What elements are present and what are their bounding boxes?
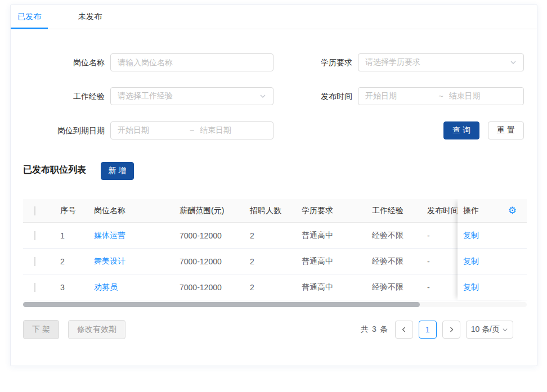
copy-link[interactable]: 复制 xyxy=(463,256,479,267)
pagination-total: 共 3 条 xyxy=(361,325,388,335)
header-count: 招聘人数 xyxy=(241,206,293,216)
select-all-checkbox[interactable] xyxy=(34,206,35,215)
chevron-left-icon xyxy=(401,326,407,333)
row-experience: 经验不限 xyxy=(363,231,418,241)
header-education: 学历要求 xyxy=(293,206,363,216)
header-action: 操作 xyxy=(463,206,479,216)
gear-icon[interactable]: ⚙ xyxy=(508,206,517,215)
row-index: 1 xyxy=(51,231,85,240)
content-card: 已发布 未发布 岗位名称 学历要求 请选择学历要求 工作经验 请选择工作经验 发… xyxy=(10,4,537,366)
list-title: 已发布职位列表 xyxy=(23,164,86,176)
chevron-down-icon xyxy=(510,59,517,66)
range-separator: ~ xyxy=(433,92,449,101)
experience-label: 工作经验 xyxy=(26,87,105,105)
expire-date-range[interactable]: 开始日期 ~ 结束日期 xyxy=(110,121,274,139)
education-label: 学历要求 xyxy=(274,53,352,71)
row-education: 普通高中 xyxy=(293,231,363,241)
copy-link[interactable]: 复制 xyxy=(463,231,479,241)
row-salary: 7000-12000 xyxy=(171,257,241,266)
reset-button[interactable]: 重 置 xyxy=(488,121,524,139)
page-number-button[interactable]: 1 xyxy=(419,321,437,339)
publish-time-end-placeholder: 结束日期 xyxy=(449,91,517,101)
page-size-select[interactable]: 10 条/页 xyxy=(466,321,513,339)
row-experience: 经验不限 xyxy=(363,256,418,267)
tab-bar: 已发布 未发布 xyxy=(11,5,537,29)
table-header-row: 序号 岗位名称 薪酬范围(元) 招聘人数 学历要求 工作经验 发布时间 xyxy=(23,199,503,223)
add-button[interactable]: 新 增 xyxy=(101,162,134,180)
row-education: 普通高中 xyxy=(293,282,363,292)
range-separator: ~ xyxy=(184,126,200,135)
tab-published-label: 已发布 xyxy=(17,12,41,22)
education-placeholder: 请选择学历要求 xyxy=(365,57,510,67)
row-index: 3 xyxy=(51,283,85,292)
chevron-right-icon xyxy=(448,326,455,333)
copy-link[interactable]: 复制 xyxy=(463,282,479,292)
chevron-down-icon xyxy=(502,327,508,333)
row-count: 2 xyxy=(241,257,293,266)
row-salary: 7000-12000 xyxy=(171,283,241,292)
horizontal-scrollbar-track xyxy=(23,302,527,307)
expire-date-end-placeholder: 结束日期 xyxy=(200,125,266,136)
header-experience: 工作经验 xyxy=(363,206,418,216)
table-row: 2 舞美设计 7000-12000 2 普通高中 经验不限 - xyxy=(23,249,503,274)
horizontal-scrollbar-thumb[interactable] xyxy=(23,302,420,307)
search-button[interactable]: 查 询 xyxy=(443,121,479,139)
row-checkbox[interactable] xyxy=(34,257,35,266)
education-select[interactable]: 请选择学历要求 xyxy=(358,53,524,71)
fixed-action-column: 操作 ⚙ 复制 复制 复制 xyxy=(458,199,527,300)
expire-date-start-placeholder: 开始日期 xyxy=(118,125,184,136)
header-name: 岗位名称 xyxy=(85,206,171,216)
modify-validity-button[interactable]: 修改有效期 xyxy=(68,320,125,339)
experience-placeholder: 请选择工作经验 xyxy=(118,91,259,101)
job-name-link[interactable]: 媒体运营 xyxy=(94,231,125,240)
table-row: 3 劝募员 7000-12000 2 普通高中 经验不限 - xyxy=(23,274,503,300)
header-salary: 薪酬范围(元) xyxy=(171,206,241,216)
header-index: 序号 xyxy=(51,206,85,216)
offline-button[interactable]: 下 架 xyxy=(23,320,59,339)
job-name-input[interactable] xyxy=(118,58,266,67)
prev-page-button[interactable] xyxy=(395,321,413,339)
tab-unpublished-label: 未发布 xyxy=(78,12,102,22)
chevron-down-icon xyxy=(259,93,266,100)
expire-date-label: 岗位到期日期 xyxy=(26,121,105,139)
row-education: 普通高中 xyxy=(293,256,363,267)
job-name-input-wrap xyxy=(110,53,274,71)
publish-time-start-placeholder: 开始日期 xyxy=(365,91,433,101)
table-row: 1 媒体运营 7000-12000 2 普通高中 经验不限 - xyxy=(23,223,503,249)
row-experience: 经验不限 xyxy=(363,282,418,292)
row-count: 2 xyxy=(241,283,293,292)
tab-unpublished[interactable]: 未发布 xyxy=(71,5,109,29)
publish-time-range[interactable]: 开始日期 ~ 结束日期 xyxy=(358,87,524,105)
tab-published[interactable]: 已发布 xyxy=(11,5,48,29)
publish-time-label: 发布时间 xyxy=(274,87,352,105)
experience-select[interactable]: 请选择工作经验 xyxy=(110,87,274,105)
row-checkbox[interactable] xyxy=(34,283,35,292)
row-index: 2 xyxy=(51,257,85,266)
job-name-link[interactable]: 舞美设计 xyxy=(94,256,125,265)
row-count: 2 xyxy=(241,231,293,240)
job-table: 序号 岗位名称 薪酬范围(元) 招聘人数 学历要求 工作经验 发布时间 1 媒体… xyxy=(23,199,527,308)
row-checkbox[interactable] xyxy=(34,231,35,240)
pagination: 共 3 条 1 10 条/页 xyxy=(361,321,513,339)
job-name-label: 岗位名称 xyxy=(26,53,105,71)
job-name-link[interactable]: 劝募员 xyxy=(94,282,118,291)
next-page-button[interactable] xyxy=(442,321,460,339)
row-salary: 7000-12000 xyxy=(171,231,241,240)
page-size-label: 10 条/页 xyxy=(471,325,500,335)
